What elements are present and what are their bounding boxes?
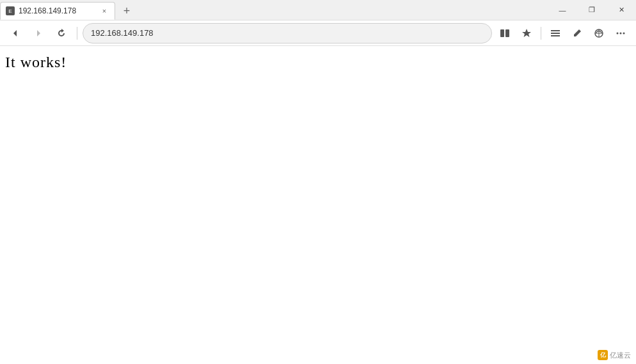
toolbar [0, 20, 636, 46]
title-bar: E 192.168.149.178 × + — ❐ ✕ [0, 0, 636, 20]
toolbar-separator [77, 27, 77, 40]
maximize-button[interactable]: ❐ [577, 0, 607, 20]
page-content: It works! [0, 46, 636, 364]
more-icon [616, 28, 626, 38]
minimize-button[interactable]: — [548, 0, 577, 20]
svg-point-8 [623, 32, 625, 34]
toolbar-separator-2 [541, 27, 541, 40]
hub-button[interactable] [589, 23, 609, 44]
tab-area: E 192.168.149.178 × + [0, 0, 548, 20]
svg-rect-2 [551, 30, 560, 31]
browser-window: E 192.168.149.178 × + — ❐ ✕ [0, 0, 636, 364]
svg-point-7 [620, 32, 622, 34]
new-tab-button[interactable]: + [118, 2, 136, 20]
edit-button[interactable] [567, 23, 587, 44]
menu-button[interactable] [545, 23, 566, 44]
watermark: 亿 亿速云 [598, 350, 631, 360]
star-icon [521, 28, 532, 38]
page-main-text: It works! [5, 54, 631, 71]
more-button[interactable] [610, 23, 631, 44]
back-icon [10, 28, 20, 38]
svg-rect-4 [551, 35, 560, 36]
address-bar-container[interactable] [83, 23, 492, 44]
forward-icon [33, 28, 44, 38]
edit-icon [572, 28, 582, 38]
tab-title: 192.168.149.178 [19, 6, 95, 15]
svg-rect-0 [500, 29, 504, 37]
window-controls: — ❐ ✕ [548, 0, 636, 20]
watermark-icon: 亿 [598, 350, 608, 360]
hub-icon [594, 28, 604, 38]
active-tab[interactable]: E 192.168.149.178 × [0, 2, 115, 20]
svg-rect-3 [551, 33, 560, 34]
forward-button[interactable] [28, 23, 49, 44]
svg-rect-1 [505, 29, 509, 37]
toolbar-icons [495, 23, 631, 44]
close-button[interactable]: ✕ [607, 0, 636, 20]
tab-favicon: E [6, 6, 15, 15]
menu-icon [550, 28, 560, 38]
back-button[interactable] [5, 23, 26, 44]
refresh-icon [56, 28, 67, 38]
favorites-button[interactable] [516, 23, 537, 44]
svg-point-6 [617, 32, 619, 34]
refresh-button[interactable] [51, 23, 72, 44]
tab-close-button[interactable]: × [99, 6, 109, 16]
watermark-text: 亿速云 [610, 351, 631, 360]
reading-view-button[interactable] [495, 23, 515, 44]
address-input[interactable] [91, 28, 484, 38]
reading-view-icon [500, 28, 510, 38]
